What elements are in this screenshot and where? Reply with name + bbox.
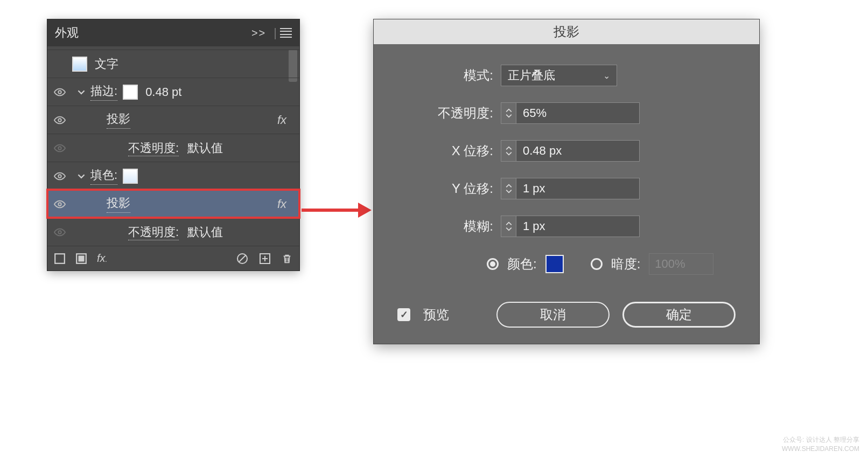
eye-icon <box>54 114 66 126</box>
chevron-down-icon <box>506 227 512 231</box>
appearance-panel: 外观 >> | 文字 描边: 0.48 pt <box>47 19 299 270</box>
y-offset-input[interactable]: 1 px <box>516 178 640 199</box>
opacity-label[interactable]: 不透明度: <box>128 225 179 240</box>
opacity-value: 默认值 <box>187 141 223 155</box>
eye-icon <box>54 198 66 210</box>
field-x-offset: X 位移: 0.48 px <box>397 140 736 162</box>
blur-input[interactable]: 1 px <box>516 216 640 237</box>
y-offset-stepper[interactable] <box>501 178 516 199</box>
visibility-toggle[interactable] <box>47 86 72 98</box>
appearance-row-stroke-shadow[interactable]: 投影 fx <box>47 106 299 134</box>
darkness-input: 100% <box>649 253 713 275</box>
filled-square-icon[interactable] <box>75 253 87 265</box>
fill-color-swatch[interactable] <box>123 169 138 184</box>
eye-icon <box>54 226 66 238</box>
expand-toggle[interactable] <box>72 172 90 180</box>
panel-title: 外观 <box>55 25 251 41</box>
panel-menu-icon[interactable] <box>280 28 292 38</box>
dialog-buttons: ✓ 预览 取消 确定 <box>397 296 736 328</box>
svg-point-1 <box>58 119 61 122</box>
watermark: 公众号: 设计达人 整理分享 WWW.SHEJIDAREN.COM <box>782 435 859 454</box>
svg-rect-6 <box>55 254 65 263</box>
svg-point-2 <box>58 147 61 150</box>
text-swatch[interactable] <box>72 57 87 72</box>
color-darkness-row: 颜色: 暗度: 100% <box>397 253 736 275</box>
cancel-button[interactable]: 取消 <box>496 302 610 328</box>
field-mode: 模式: 正片叠底 ⌄ <box>397 65 736 86</box>
mode-value: 正片叠底 <box>508 67 555 84</box>
svg-point-3 <box>58 175 61 178</box>
shadow-label: 投影 <box>107 111 130 129</box>
color-swatch[interactable] <box>545 255 564 273</box>
panel-body: 文字 描边: 0.48 pt 投影 fx <box>47 46 299 246</box>
visibility-toggle[interactable] <box>47 198 72 210</box>
eye-icon <box>54 170 66 182</box>
appearance-row-text[interactable]: 文字 <box>47 50 299 78</box>
opacity-label: 不透明度: <box>397 105 493 122</box>
stroke-color-swatch[interactable] <box>123 85 138 100</box>
appearance-row-fill-shadow[interactable]: 投影 fx <box>47 190 299 218</box>
darkness-label: 暗度: <box>611 255 641 273</box>
panel-header[interactable]: 外观 >> | <box>47 19 299 46</box>
mode-label: 模式: <box>397 67 493 84</box>
appearance-row-fill-opacity[interactable]: 不透明度: 默认值 <box>47 218 299 246</box>
x-offset-input[interactable]: 0.48 px <box>516 140 640 162</box>
fx-icon[interactable]: fx <box>277 113 289 127</box>
chevron-down-icon: ⌄ <box>603 71 610 81</box>
fill-label[interactable]: 填色: <box>90 167 117 185</box>
appearance-row-fill[interactable]: 填色: <box>47 162 299 190</box>
svg-point-4 <box>58 203 61 206</box>
chevron-up-icon <box>506 184 512 188</box>
annotation-arrow-icon <box>302 199 372 221</box>
stroke-label[interactable]: 描边: <box>90 83 117 101</box>
x-offset-label: X 位移: <box>397 142 493 159</box>
fx-icon[interactable]: fx <box>277 197 289 211</box>
visibility-toggle[interactable] <box>47 170 72 182</box>
new-item-icon[interactable] <box>258 252 271 265</box>
field-blur: 模糊: 1 px <box>397 216 736 237</box>
mode-select[interactable]: 正片叠底 ⌄ <box>501 65 617 86</box>
expand-toggle[interactable] <box>72 88 90 96</box>
visibility-toggle-disabled <box>47 226 72 238</box>
svg-rect-8 <box>79 255 85 261</box>
opacity-label[interactable]: 不透明度: <box>128 141 179 156</box>
color-radio[interactable] <box>487 258 499 270</box>
opacity-stepper[interactable] <box>501 102 516 124</box>
svg-point-0 <box>58 91 61 94</box>
visibility-toggle[interactable] <box>47 114 72 126</box>
blur-stepper[interactable] <box>501 216 516 237</box>
color-label: 颜色: <box>507 255 537 273</box>
chevron-up-icon <box>506 146 512 150</box>
collapse-chevrons-icon[interactable]: >> <box>251 27 266 39</box>
text-label: 文字 <box>95 56 118 72</box>
chevron-up-icon <box>506 108 512 113</box>
eye-icon <box>54 142 66 154</box>
svg-line-10 <box>239 255 246 262</box>
opacity-composite: 不透明度: 默认值 <box>128 140 223 156</box>
field-y-offset: Y 位移: 1 px <box>397 178 736 199</box>
x-offset-stepper[interactable] <box>501 140 516 162</box>
svg-point-5 <box>58 231 61 234</box>
darkness-radio[interactable] <box>591 258 603 270</box>
shadow-label: 投影 <box>107 195 130 213</box>
stroke-value[interactable]: 0.48 pt <box>145 85 181 99</box>
trash-icon[interactable] <box>281 252 293 265</box>
blur-label: 模糊: <box>397 218 493 235</box>
appearance-row-stroke[interactable]: 描边: 0.48 pt <box>47 78 299 106</box>
chevron-down-icon <box>506 189 512 193</box>
panel-footer: fx. <box>47 246 299 270</box>
preview-label: 预览 <box>423 306 449 323</box>
ok-button[interactable]: 确定 <box>622 302 736 328</box>
preview-checkbox[interactable]: ✓ <box>397 308 410 321</box>
fx-add-label[interactable]: fx. <box>97 252 107 265</box>
clear-appearance-icon[interactable] <box>236 252 249 265</box>
appearance-row-stroke-opacity[interactable]: 不透明度: 默认值 <box>47 134 299 162</box>
opacity-composite: 不透明度: 默认值 <box>128 224 223 240</box>
no-fill-icon[interactable] <box>54 253 66 265</box>
chevron-down-icon <box>78 172 85 180</box>
svg-marker-17 <box>358 203 372 218</box>
opacity-input[interactable]: 65% <box>516 102 640 124</box>
opacity-value: 默认值 <box>187 225 223 239</box>
chevron-down-icon <box>78 88 85 96</box>
chevron-down-icon <box>506 114 512 118</box>
